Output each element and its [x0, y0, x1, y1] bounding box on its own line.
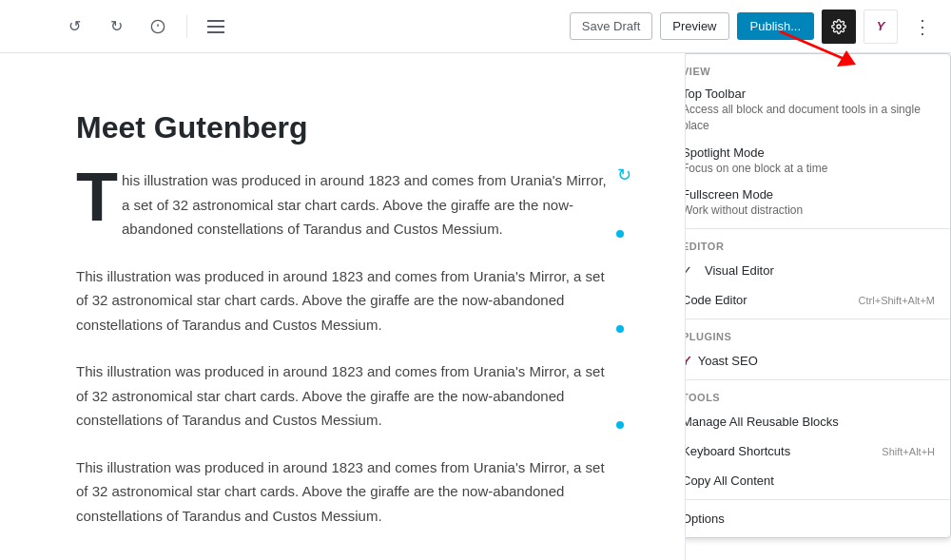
more-options-button[interactable]: ⋮: [905, 10, 940, 44]
keyboard-shortcuts-label: Keyboard Shortcuts: [685, 444, 790, 458]
spotlight-mode-item[interactable]: Spotlight Mode Focus on one block at a t…: [685, 140, 950, 183]
block-navigation-button[interactable]: [199, 10, 233, 44]
toolbar-right: Save Draft Preview Publish... Y ⋮: [570, 10, 940, 44]
code-editor-label: Code Editor: [685, 293, 747, 307]
fullscreen-title: Fullscreen Mode: [685, 187, 935, 202]
paragraph-block-1[interactable]: This illustration was produced in around…: [76, 264, 609, 338]
toolbar-divider: [186, 15, 187, 38]
top-toolbar-item[interactable]: Top Toolbar Access all block and documen…: [685, 81, 950, 140]
yoast-button[interactable]: Y: [864, 10, 898, 44]
svg-marker-8: [837, 50, 856, 67]
block-indicator-1: [616, 325, 624, 333]
svg-rect-4: [207, 26, 224, 28]
manage-blocks-item[interactable]: Manage All Reusable Blocks: [685, 407, 950, 436]
yoast-icon: Y: [685, 354, 690, 368]
visual-editor-row: ✓ Visual Editor: [685, 263, 774, 278]
keyboard-shortcuts-shortcut: Shift+Alt+H: [882, 446, 935, 457]
divider-4: [685, 499, 950, 500]
redo-button[interactable]: ↻: [99, 10, 133, 44]
paragraph-block-2[interactable]: This illustration was produced in around…: [76, 359, 609, 433]
fullscreen-mode-item[interactable]: Fullscreen Mode Work without distraction: [685, 182, 950, 224]
right-sidebar: S V P P C A P T Featured Image ∨: [685, 53, 951, 560]
refresh-icon: ↻: [617, 161, 631, 190]
dropcap-text: his illustration was produced in around …: [122, 168, 609, 241]
fullscreen-desc: Work without distraction: [685, 203, 935, 219]
toolbar-left: ↺ ↻: [11, 10, 570, 44]
top-toolbar-title: Top Toolbar: [685, 87, 935, 101]
check-icon: ✓: [685, 263, 697, 278]
main-layout: Meet Gutenberg ↻ T his illustration was …: [0, 53, 951, 560]
preview-button[interactable]: Preview: [660, 12, 728, 40]
divider-3: [685, 379, 950, 380]
paragraph-text-1: This illustration was produced in around…: [76, 268, 605, 333]
save-draft-button[interactable]: Save Draft: [570, 12, 652, 40]
copy-content-label: Copy All Content: [685, 473, 774, 488]
yoast-label: Yoast SEO: [698, 354, 758, 368]
editor-section-label: Editor: [685, 233, 950, 256]
post-title[interactable]: Meet Gutenberg: [76, 110, 609, 145]
copy-content-item[interactable]: Copy All Content: [685, 466, 950, 495]
paragraph-block-3[interactable]: This illustration was produced in around…: [76, 455, 609, 529]
svg-rect-5: [207, 31, 224, 33]
dropdown-menu: View Top Toolbar Access all block and do…: [685, 53, 951, 538]
divider-1: [685, 228, 950, 229]
options-label: Options: [685, 512, 725, 526]
block-indicator: [616, 230, 624, 238]
options-item[interactable]: Options: [685, 504, 950, 533]
spotlight-title: Spotlight Mode: [685, 145, 935, 160]
spotlight-desc: Focus on one block at a time: [685, 161, 935, 177]
arrow-indicator: [775, 27, 861, 78]
keyboard-shortcuts-item[interactable]: Keyboard Shortcuts Shift+Alt+H: [685, 436, 950, 466]
paragraph-text-2: This illustration was produced in around…: [76, 363, 605, 428]
block-indicator-2: [616, 421, 624, 429]
undo-button[interactable]: ↺: [57, 10, 91, 44]
svg-line-7: [780, 31, 846, 60]
dropcap-block[interactable]: ↻ T his illustration was produced in aro…: [76, 168, 609, 241]
wp-logo-button[interactable]: [11, 10, 46, 44]
divider-2: [685, 319, 950, 319]
info-button[interactable]: [141, 10, 175, 44]
top-toolbar-desc: Access all block and document tools in a…: [685, 102, 935, 134]
code-editor-item[interactable]: Code Editor Ctrl+Shift+Alt+M: [685, 285, 950, 315]
editor-area: Meet Gutenberg ↻ T his illustration was …: [0, 53, 685, 560]
code-editor-shortcut: Ctrl+Shift+Alt+M: [859, 295, 935, 306]
yoast-plugin-item[interactable]: Y Yoast SEO: [685, 346, 950, 376]
manage-blocks-label: Manage All Reusable Blocks: [685, 415, 839, 429]
plugins-section-label: Plugins: [685, 323, 950, 346]
visual-editor-label: Visual Editor: [705, 263, 774, 278]
svg-rect-3: [207, 20, 224, 22]
tools-section-label: Tools: [685, 384, 950, 407]
dropcap-letter: T: [76, 168, 118, 241]
editor-content: Meet Gutenberg ↻ T his illustration was …: [76, 110, 609, 528]
visual-editor-item[interactable]: ✓ Visual Editor: [685, 256, 950, 285]
paragraph-text-3: This illustration was produced in around…: [76, 459, 605, 524]
